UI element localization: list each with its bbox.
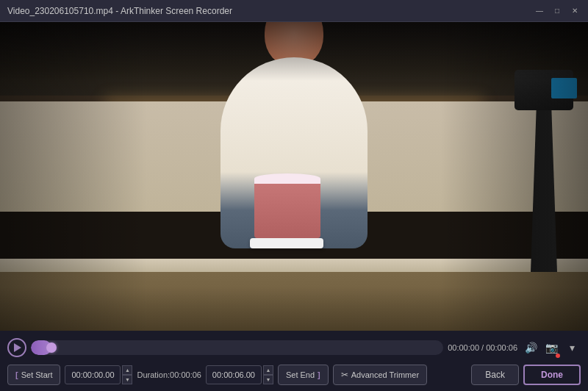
set-end-button[interactable]: Set End ] bbox=[278, 365, 329, 385]
start-time-up[interactable]: ▲ bbox=[122, 365, 132, 375]
timeline-row: 00:00:00 / 00:00:06 🔊 📷 ▾ bbox=[0, 331, 588, 362]
title-bar: Video_230206105710.mp4 - ArkThinker Scre… bbox=[0, 0, 588, 22]
buttons-row: [ Set Start ▲ ▼ Duration:00:00:06 ▲ ▼ Se… bbox=[0, 362, 588, 391]
start-time-input[interactable] bbox=[65, 365, 121, 384]
duration-label: Duration:00:00:06 bbox=[137, 370, 201, 379]
done-button[interactable]: Done bbox=[523, 365, 581, 385]
time-display: 00:00:00 / 00:00:06 bbox=[448, 343, 517, 352]
camera-dropdown-button[interactable]: ▾ bbox=[563, 339, 581, 356]
video-area bbox=[0, 22, 588, 331]
close-button[interactable]: ✕ bbox=[569, 5, 581, 17]
minimize-button[interactable]: — bbox=[534, 5, 545, 17]
camera-indicator bbox=[556, 354, 560, 358]
scene-ambient-bottom bbox=[0, 287, 588, 331]
advanced-trimmer-button[interactable]: ✂ Advanced Trimmer bbox=[333, 365, 427, 385]
scene-ambient-top bbox=[0, 22, 588, 81]
end-time-group: ▲ ▼ bbox=[206, 365, 273, 385]
scissors-icon: ✂ bbox=[341, 370, 348, 380]
progress-thumb[interactable] bbox=[46, 342, 57, 353]
start-time-spinner: ▲ ▼ bbox=[122, 365, 132, 384]
progress-bar[interactable] bbox=[31, 340, 443, 355]
start-time-group: ▲ ▼ bbox=[65, 365, 132, 385]
controls-bar: 00:00:00 / 00:00:06 🔊 📷 ▾ [ Set Start ▲ … bbox=[0, 331, 588, 391]
camera-area: 📷 bbox=[542, 339, 560, 356]
video-frame bbox=[0, 22, 588, 331]
play-button[interactable] bbox=[7, 338, 26, 357]
end-time-input[interactable] bbox=[206, 365, 262, 384]
window-title: Video_230206105710.mp4 - ArkThinker Scre… bbox=[7, 6, 232, 16]
maximize-button[interactable]: □ bbox=[551, 5, 563, 17]
back-button[interactable]: Back bbox=[471, 365, 519, 385]
right-controls: 🔊 📷 ▾ bbox=[522, 339, 581, 356]
end-time-up[interactable]: ▲ bbox=[263, 365, 273, 375]
set-start-button[interactable]: [ Set Start bbox=[7, 365, 60, 385]
end-time-down[interactable]: ▼ bbox=[263, 375, 273, 384]
window-controls: — □ ✕ bbox=[534, 5, 581, 17]
start-time-down[interactable]: ▼ bbox=[122, 375, 132, 384]
end-time-spinner: ▲ ▼ bbox=[263, 365, 273, 384]
volume-button[interactable]: 🔊 bbox=[522, 339, 539, 356]
